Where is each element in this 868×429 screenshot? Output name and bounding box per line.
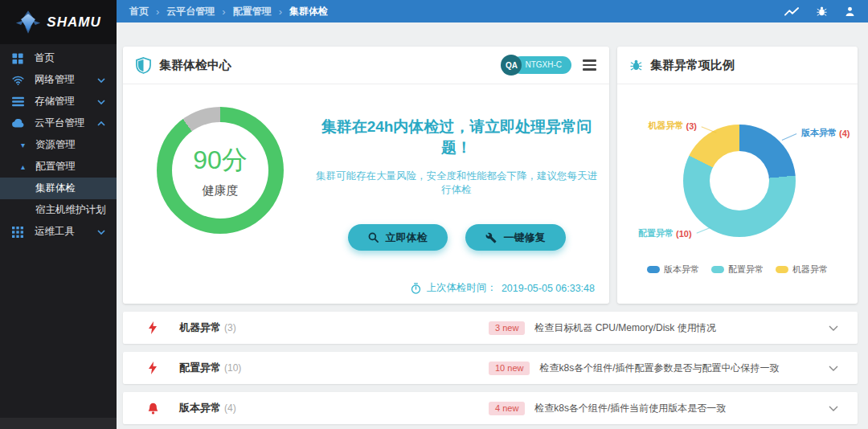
one-click-repair-button[interactable]: 一键修复: [465, 224, 566, 251]
issue-title: 机器异常(3): [179, 321, 236, 335]
chevron-down-icon[interactable]: [829, 406, 838, 411]
pie-label-config: 配置异常 (10): [638, 227, 712, 239]
bell-icon: [147, 402, 158, 415]
breadcrumb-config-mgmt[interactable]: 配置管理: [233, 5, 272, 18]
sidebar-menu: 首页 网络管理 存储管理: [0, 44, 117, 243]
sidebar-item-host-maintenance[interactable]: 宿主机维护计划: [0, 199, 117, 221]
legend-item-machine[interactable]: 机器异常: [776, 264, 828, 276]
brand-name: SHAMU: [47, 14, 100, 31]
sidebar-item-label: 运维工具: [35, 225, 75, 239]
sidebar-item-storage[interactable]: 存储管理: [0, 91, 117, 112]
pie-hole: [710, 151, 769, 210]
issue-row-version[interactable]: 版本异常(4) 4 new 检查k8s各个组件/插件当前使用版本是否一致: [123, 392, 858, 424]
topbar-icons: [784, 6, 855, 17]
sidebar-item-resource-mgmt[interactable]: ▾ 资源管理: [0, 134, 117, 156]
breadcrumb-separator: ›: [156, 6, 159, 17]
brand-logo[interactable]: SHAMU: [0, 0, 117, 44]
user-icon[interactable]: [845, 6, 855, 17]
issue-row-middle: 3 new 检查目标机器 CPU/Memory/Disk 使用情况: [489, 321, 716, 335]
lightning-icon: [147, 362, 158, 374]
pie-label-count: (3): [686, 121, 697, 131]
last-check-time: 上次体检时间： 2019-05-05 06:33:48: [411, 281, 595, 295]
issue-row-machine[interactable]: 机器异常(3) 3 new 检查目标机器 CPU/Memory/Disk 使用情…: [123, 312, 858, 344]
check-now-button[interactable]: 立即体检: [348, 224, 448, 251]
app-window: SHAMU 首页 网络管理: [0, 0, 868, 429]
sidebar-item-network[interactable]: 网络管理: [0, 69, 117, 91]
issue-row-middle: 4 new 检查k8s各个组件/插件当前使用版本是否一致: [489, 402, 726, 415]
breadcrumb-cloud-platform[interactable]: 云平台管理: [166, 5, 215, 18]
stopwatch-icon: [411, 283, 421, 294]
health-card-header: 集群体检中心 QA NTGXH-C: [123, 47, 609, 84]
pie-card-title: 集群异常项比例: [650, 58, 735, 73]
sidebar-item-label: 集群体检: [35, 182, 76, 195]
pie-label-machine: 机器异常 (3): [619, 120, 717, 132]
issue-row-config[interactable]: 配置异常(10) 10 new 检查k8s各个组件/插件配置参数是否与配置中心保…: [123, 352, 858, 384]
sidebar-item-config-mgmt[interactable]: ▴ 配置管理: [0, 156, 117, 178]
issue-count: (3): [224, 322, 236, 333]
storage-list-icon: [11, 96, 24, 107]
sidebar-item-cloud-platform[interactable]: 云平台管理: [0, 112, 117, 134]
cluster-selector[interactable]: QA NTGXH-C: [501, 55, 571, 76]
topbar: 首页 › 云平台管理 › 配置管理 › 集群体检: [117, 0, 868, 22]
health-card-title: 集群体检中心: [159, 58, 231, 73]
search-icon: [368, 232, 379, 243]
sidebar-footer[interactable]: [0, 418, 117, 429]
legend-label: 配置异常: [728, 264, 764, 276]
caret-up-icon: ▴: [21, 162, 29, 171]
bug-icon: [630, 59, 642, 72]
breadcrumb-separator: ›: [222, 6, 225, 17]
last-check-label: 上次体检时间：: [426, 281, 497, 295]
issue-title: 版本异常(4): [179, 401, 236, 415]
pie-card-body: 机器异常 (3) 版本异常 (4) 配置异常 (10): [617, 84, 858, 303]
breadcrumb-separator: ›: [279, 6, 282, 17]
issue-count: (10): [224, 362, 241, 374]
issue-description: 检查k8s各个组件/插件配置参数是否与配置中心保持一致: [539, 362, 779, 375]
shamu-gem-icon: [15, 10, 41, 34]
leader-line: [782, 133, 797, 140]
pie-label-count: (10): [676, 229, 692, 239]
sidebar-item-label: 网络管理: [35, 73, 75, 87]
chevron-up-icon: [97, 121, 105, 126]
issue-title: 配置异常(10): [179, 361, 241, 375]
breadcrumb-home[interactable]: 首页: [129, 5, 149, 18]
pie-label-name: 版本异常: [801, 127, 837, 139]
sidebar-item-label: 资源管理: [35, 138, 76, 152]
chevron-down-icon[interactable]: [829, 325, 838, 331]
chevron-down-icon: [97, 100, 105, 104]
legend-swatch: [647, 266, 660, 273]
chevron-down-icon: [97, 78, 105, 83]
lightning-icon: [147, 321, 158, 334]
pie-legend: 版本异常 配置异常 机器异常: [617, 264, 858, 276]
menu-icon[interactable]: [583, 59, 596, 70]
trend-icon[interactable]: [784, 7, 799, 16]
chevron-down-icon[interactable]: [829, 366, 838, 371]
sidebar-item-ops-tools[interactable]: 运维工具: [0, 221, 117, 243]
shield-icon: [136, 57, 151, 74]
legend-swatch: [776, 266, 788, 273]
caret-down-icon: ▾: [21, 141, 29, 149]
bug-icon[interactable]: [817, 6, 827, 17]
dashboard-icon: [11, 53, 24, 64]
health-gauge-center: 90分 健康度: [172, 122, 268, 219]
legend-item-version[interactable]: 版本异常: [647, 264, 699, 276]
chevron-down-icon: [97, 230, 105, 235]
sidebar-item-home[interactable]: 首页: [0, 47, 117, 69]
wifi-icon: [11, 76, 24, 85]
sidebar-item-label: 首页: [35, 51, 55, 65]
health-score-label: 健康度: [203, 183, 239, 198]
last-check-value: 2019-05-05 06:33:48: [502, 283, 595, 294]
check-now-label: 立即体检: [386, 231, 428, 245]
issues-pie-ring[interactable]: [683, 125, 796, 237]
sidebar-item-label: 存储管理: [35, 95, 75, 108]
health-gauge-ring: 90分 健康度: [157, 107, 284, 234]
breadcrumb-current-page: 集群体检: [289, 5, 328, 18]
leader-line: [702, 126, 717, 133]
health-message: 集群在24h内体检过，请立即处理异常问题！ 集群可能存在大量风险，安全度和性能都…: [312, 116, 601, 251]
cloud-icon: [11, 119, 24, 128]
legend-item-config[interactable]: 配置异常: [711, 264, 764, 276]
pie-label-version: 版本异常 (4): [781, 127, 850, 139]
pie-label-count: (4): [839, 129, 850, 138]
sidebar-item-cluster-checkup[interactable]: 集群体检: [0, 178, 117, 199]
legend-swatch: [711, 266, 724, 273]
new-count-badge: 10 new: [489, 362, 530, 375]
